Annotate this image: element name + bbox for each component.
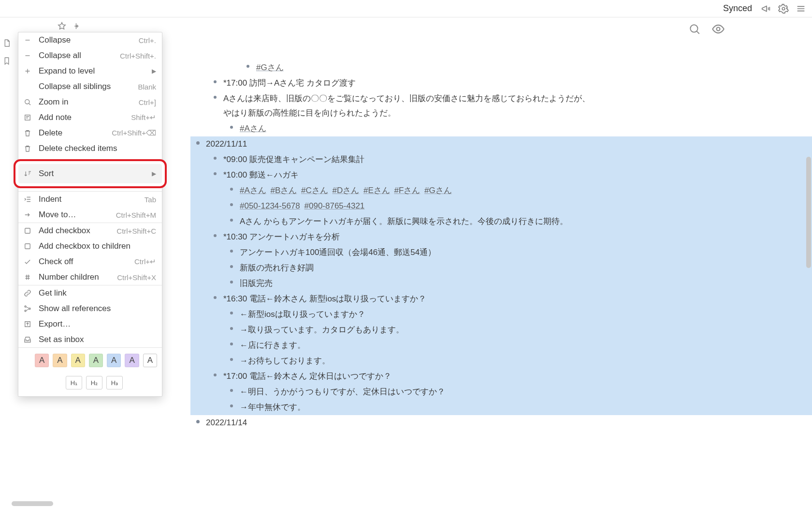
list-item[interactable]: →取り扱っています。カタログもあります。 (224, 322, 812, 338)
tag-link[interactable]: #Aさん (240, 186, 266, 195)
list-item[interactable]: *09:00 販売促進キャンペーン結果集計 (208, 152, 812, 167)
tag-link[interactable]: #Gさん (424, 186, 452, 195)
references-icon (23, 304, 32, 313)
list-item[interactable]: ←明日、うかがうつもりですが、定休日はいつですか？ (224, 384, 812, 400)
vertical-scrollbar[interactable] (805, 21, 812, 484)
expand-icon (23, 67, 32, 75)
menu-sort[interactable]: Sort ▶ (18, 164, 162, 183)
menu-collapse-all[interactable]: Collapse all Ctrl+Shift+. (18, 48, 162, 63)
menu-expand-to-level[interactable]: Expand to level ▶ (18, 63, 162, 79)
menu-collapse[interactable]: Collapse Ctrl+. (18, 32, 162, 48)
eye-icon[interactable] (711, 22, 725, 38)
tag-link[interactable]: #Aさん (240, 124, 266, 133)
list-item[interactable]: ←新型iosは取り扱っていますか？ (224, 307, 812, 322)
document-icon[interactable] (2, 39, 11, 50)
list-item[interactable]: #Gさん (241, 60, 812, 75)
menu-delete[interactable]: Delete Ctrl+Shift+⌫ (18, 125, 162, 141)
list-item[interactable]: #Aさん #Bさん #Cさん #Dさん #Eさん #Fさん #Gさん (224, 183, 812, 198)
move-icon (23, 210, 32, 219)
menu-add-checkbox-children[interactable]: Add checkbox to children (18, 239, 162, 254)
svg-rect-6 (25, 244, 30, 249)
sort-highlight-frame: Sort ▶ (14, 159, 167, 188)
menu-move-to[interactable]: Move to… Ctrl+Shift+M (18, 207, 162, 223)
tag-link[interactable]: #Eさん (363, 186, 390, 195)
menu-add-note[interactable]: Add note Shift+↵ (18, 110, 162, 125)
list-item[interactable]: ←店に行きます。 (224, 338, 812, 353)
menu-collapse-siblings[interactable]: Collapse all siblings Blank (18, 79, 162, 94)
list-item[interactable]: #Aさん (224, 121, 812, 136)
menu-number-children[interactable]: Number children Ctrl+Shift+X (18, 269, 162, 285)
list-item[interactable]: 2022/11/11 (190, 136, 812, 152)
list-item[interactable]: 旧版完売 (224, 276, 812, 291)
list-item[interactable]: Aさんは来店時、旧版の〇〇をご覧になっており、旧版の安価さに魅力を感じておられた… (208, 91, 812, 121)
trash-checked-icon (23, 144, 32, 153)
zoom-in-icon (23, 98, 32, 106)
menu-set-inbox[interactable]: Set as inbox (18, 332, 162, 347)
color-swatch[interactable]: A (143, 354, 157, 367)
list-item[interactable]: *17:00 訪問→Aさん宅 カタログ渡す (208, 75, 812, 91)
left-rail (0, 17, 14, 68)
heading-button[interactable]: H₁ (66, 376, 82, 389)
menu-add-checkbox[interactable]: Add checkbox Ctrl+Shift+C (18, 223, 162, 239)
tag-link[interactable]: #050-1234-5678 (240, 201, 300, 210)
svg-point-9 (29, 308, 30, 310)
list-item[interactable]: 2022/11/14 (190, 415, 812, 431)
outline-content: #Gさん *17:00 訪問→Aさん宅 カタログ渡す Aさんは来店時、旧版の〇〇… (190, 58, 812, 431)
color-swatches: AAAAAAA (18, 348, 162, 371)
link-icon (23, 289, 32, 298)
color-swatch[interactable]: A (53, 354, 67, 367)
color-swatch[interactable]: A (71, 354, 85, 367)
selected-block: 2022/11/11 *09:00 販売促進キャンペーン結果集計 *10:00 … (190, 136, 812, 415)
menu-check-off[interactable]: Check off Ctrl+↵ (18, 254, 162, 269)
bookmark-icon[interactable] (2, 57, 11, 68)
list-item[interactable]: *10:00 郵送←ハガキ (208, 167, 812, 183)
indent-icon (23, 195, 32, 204)
tag-link[interactable]: #Gさん (256, 63, 284, 72)
menu-zoom-in[interactable]: Zoom in Ctrl+] (18, 94, 162, 110)
trash-icon (23, 129, 32, 137)
svg-point-3 (25, 100, 29, 104)
menu-delete-checked[interactable]: Delete checked items (18, 141, 162, 156)
menu-indent[interactable]: Indent Tab (18, 192, 162, 207)
list-item[interactable]: →お待ちしております。 (224, 353, 812, 369)
scrollbar-thumb[interactable] (806, 157, 811, 268)
search-icon[interactable] (688, 23, 701, 38)
collapse-all-icon (23, 51, 32, 60)
menu-icon[interactable] (796, 3, 806, 14)
color-swatch[interactable]: A (35, 354, 49, 367)
color-swatch[interactable]: A (107, 354, 121, 367)
svg-rect-4 (25, 115, 30, 120)
list-item[interactable]: *10:30 アンケートハガキを分析 (208, 229, 812, 245)
heading-buttons: H₁H₂H₃ (18, 371, 162, 396)
tag-link[interactable]: #Cさん (301, 186, 328, 195)
megaphone-icon[interactable] (761, 3, 771, 14)
color-swatch[interactable]: A (125, 354, 139, 367)
list-item[interactable]: *16:30 電話←鈴木さん 新型iosは取り扱っていますか？ (208, 291, 812, 307)
sync-status: Synced (723, 3, 752, 14)
tag-link[interactable]: #Bさん (271, 186, 297, 195)
collapse-icon (23, 36, 32, 45)
list-item[interactable]: アンケートハガキ100通回収（会場46通、郵送54通） (224, 245, 812, 260)
menu-get-link[interactable]: Get link (18, 285, 162, 301)
list-item[interactable]: #050-1234-5678 #090-8765-4321 (224, 198, 812, 214)
heading-button[interactable]: H₃ (106, 376, 123, 389)
menu-export[interactable]: Export… (18, 316, 162, 332)
checkbox-children-icon (23, 242, 32, 251)
list-item[interactable]: *17:00 電話←鈴木さん 定休日はいつですか？ (208, 369, 812, 384)
svg-rect-5 (25, 228, 30, 234)
tag-link[interactable]: #Fさん (394, 186, 420, 195)
svg-point-8 (25, 310, 26, 312)
tag-link[interactable]: #090-8765-4321 (304, 201, 365, 210)
tag-link[interactable]: #Dさん (333, 186, 360, 195)
horizontal-scrollbar[interactable] (12, 501, 53, 506)
color-swatch[interactable]: A (89, 354, 103, 367)
check-icon (23, 257, 32, 266)
heading-button[interactable]: H₂ (86, 376, 102, 389)
list-item[interactable]: 新版の売れ行き好調 (224, 260, 812, 276)
svg-point-0 (782, 7, 785, 10)
settings-icon[interactable] (778, 3, 789, 14)
menu-show-references[interactable]: Show all references (18, 301, 162, 316)
list-item[interactable]: Aさん からもアンケートハガキが届く。新版に興味を示された。今後の成り行きに期待… (224, 214, 812, 229)
list-item[interactable]: →年中無休です。 (224, 400, 812, 415)
export-icon (23, 320, 32, 329)
